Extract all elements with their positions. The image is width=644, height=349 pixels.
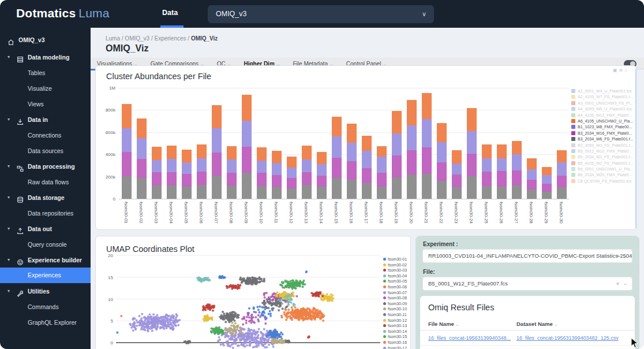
- bar-segment-fsom30-25[interactable]: [482, 172, 492, 186]
- caret-down-icon[interactable]: ▾: [8, 113, 10, 127]
- sidebar-section-data-modeling[interactable]: ▾Data modeling: [0, 50, 91, 64]
- caret-down-icon[interactable]: ▾: [8, 191, 10, 205]
- bar-segment-fsom30-16[interactable]: [347, 180, 357, 199]
- legend-item-b3-2034-w6-fs-plate001-f[interactable]: B3_2034_W6_FS_Plate001.f...: [571, 132, 634, 138]
- bar-segment-fsom30-09[interactable]: [242, 121, 252, 147]
- bar-segment-fsom30-25[interactable]: [482, 186, 492, 199]
- legend-item-fsom30-04[interactable]: fsom30-04: [383, 269, 407, 275]
- legend-item-b3-2034-w16-fmx-plate0[interactable]: B3_2034_W16_FMX_Plate0...: [571, 127, 634, 132]
- bar-segment-fsom30-09[interactable]: [242, 173, 252, 199]
- bar-segment-fsom30-07[interactable]: [212, 128, 222, 153]
- bar-segment-fsom30-21[interactable]: [422, 119, 432, 147]
- bar-segment-fsom30-01[interactable]: [122, 176, 132, 199]
- bar-segment-fsom30-20[interactable]: [407, 100, 417, 125]
- legend-item-fsom30-17[interactable]: fsom30-17: [383, 341, 407, 347]
- bar-segment-fsom30-29[interactable]: [542, 167, 552, 175]
- sidebar-item-visualize[interactable]: Visualize: [0, 81, 91, 95]
- bar-segment-fsom30-12[interactable]: [287, 157, 297, 167]
- legend-item-a6-4105-unschw2-u-pla[interactable]: A6_4105_UNSCHW2_U_Pla...: [571, 114, 634, 120]
- bar-segment-fsom30-27[interactable]: [512, 185, 522, 199]
- bar-segment-fsom30-17[interactable]: [362, 168, 372, 184]
- bar-segment-fsom30-26[interactable]: [497, 144, 507, 158]
- bar-segment-fsom30-13[interactable]: [302, 146, 312, 159]
- dataset-name-link[interactable]: 16_files_concat-195631399403482_126.csv: [516, 346, 619, 349]
- clear-icon[interactable]: ×: [616, 277, 619, 290]
- sidebar-section-data-storage[interactable]: ▾Data storage: [0, 191, 91, 205]
- legend-item-a4-4105-w12-fmx-plate0[interactable]: A4_4105_W12_FMX_Plate0...: [571, 109, 634, 114]
- legend-item-b5-0012-w10-fmx-plate0[interactable]: B5_0012_W10_FMX_Plate0...: [571, 144, 634, 150]
- sidebar-item-commands[interactable]: Commands: [0, 300, 91, 314]
- sidebar-item-data-sources[interactable]: Data sources: [0, 144, 91, 158]
- bar-segment-fsom30-04[interactable]: [167, 185, 177, 199]
- sidebar-section-data-in[interactable]: ▾Data in: [0, 113, 91, 127]
- legend-item-fsom30-07[interactable]: fsom30-07: [383, 286, 407, 292]
- bar-segment-fsom30-20[interactable]: [407, 125, 417, 150]
- bar-segment-fsom30-09[interactable]: [242, 147, 252, 173]
- bar-segment-fsom30-29[interactable]: [542, 175, 552, 184]
- bar-segment-fsom30-05[interactable]: [182, 162, 192, 174]
- bar-segment-fsom30-20[interactable]: [407, 150, 417, 175]
- legend-item-b6-0001-unschw1-u-pla[interactable]: B6_0001_UNSCHW1_U_Pla...: [571, 162, 634, 168]
- bar-segment-fsom30-22[interactable]: [437, 142, 447, 162]
- sidebar-item-omiq-v3[interactable]: OMIQ_v3: [0, 33, 91, 47]
- bar-segment-fsom30-01[interactable]: [122, 104, 132, 128]
- bar-segment-fsom30-02[interactable]: [137, 118, 147, 138]
- bar-segment-fsom30-11[interactable]: [272, 187, 282, 199]
- legend-item-fsom30-03[interactable]: fsom30-03: [383, 263, 407, 269]
- bar-segment-fsom30-03[interactable]: [152, 147, 162, 160]
- legend-item-c8-qcstim-fs-plate001-fcs[interactable]: C8 QCSTIM_FS_Plate001.fcs: [571, 174, 634, 180]
- experiment-select[interactable]: RR10003_CVD101-04_INFLAMPANELCYTO-COVID_…: [422, 249, 632, 263]
- bar-segment-fsom30-05[interactable]: [182, 150, 192, 162]
- bar-segment-fsom30-28[interactable]: [527, 169, 537, 180]
- sidebar-section-utilities[interactable]: ▾Utilities: [0, 284, 91, 298]
- caret-down-icon[interactable]: ▾: [8, 159, 10, 173]
- bar-segment-fsom30-16[interactable]: [347, 161, 357, 180]
- bar-segment-fsom30-29[interactable]: [542, 184, 552, 192]
- bar-segment-fsom30-13[interactable]: [302, 172, 312, 185]
- legend-item-a1-0001-w4-u-plate001-fcs[interactable]: A1_0001_W4_U_Plate001.fcs: [571, 84, 634, 90]
- bar-segment-fsom30-05[interactable]: [182, 174, 192, 187]
- sidebar-item-query-console[interactable]: Query console: [0, 237, 91, 251]
- bar-segment-fsom30-28[interactable]: [527, 180, 537, 190]
- bar-segment-fsom30-22[interactable]: [437, 162, 447, 181]
- bar-segment-fsom30-24[interactable]: [467, 108, 477, 131]
- clear-icon[interactable]: ×: [616, 250, 619, 262]
- file-name-link[interactable]: 16_files_concat-19563139940348...: [428, 346, 511, 349]
- bar-segment-fsom30-14[interactable]: [317, 176, 327, 187]
- bar-segment-fsom30-07[interactable]: [212, 153, 222, 176]
- legend-item-fsom30-13[interactable]: fsom30-13: [383, 319, 407, 325]
- bar-segment-fsom30-15[interactable]: [332, 158, 342, 178]
- legend-item-fsom30-05[interactable]: fsom30-05: [383, 274, 407, 280]
- bar-segment-fsom30-19[interactable]: [392, 111, 402, 133]
- legend-item-fsom30-06[interactable]: fsom30-06: [383, 280, 407, 286]
- caret-down-icon[interactable]: ▾: [8, 284, 10, 298]
- bar-segment-fsom30-05[interactable]: [182, 187, 192, 199]
- bar-segment-fsom30-03[interactable]: [152, 160, 162, 173]
- bar-segment-fsom30-15[interactable]: [332, 178, 342, 199]
- bar-segment-fsom30-13[interactable]: [302, 159, 312, 172]
- sidebar-item-experiences[interactable]: Experiences: [0, 268, 91, 283]
- sidebar-item-raw-data-flows[interactable]: Raw data flows: [0, 175, 91, 189]
- legend-item-fsom30-16[interactable]: fsom30-16: [383, 336, 407, 341]
- bar-segment-fsom30-02[interactable]: [137, 159, 147, 179]
- bar-segment-fsom30-12[interactable]: [287, 178, 297, 188]
- bar-segment-fsom30-06[interactable]: [197, 158, 207, 172]
- bar-segment-fsom30-25[interactable]: [482, 158, 492, 172]
- bar-segment-fsom30-11[interactable]: [272, 175, 282, 187]
- bar-segment-fsom30-08[interactable]: [227, 185, 237, 199]
- nav-item-data[interactable]: Data: [162, 9, 178, 17]
- bar-segment-fsom30-04[interactable]: [167, 146, 177, 159]
- bar-segment-fsom30-26[interactable]: [497, 171, 507, 187]
- legend-item-fsom30-09[interactable]: fsom30-09: [383, 297, 407, 303]
- workspace-select[interactable]: OMIQ_v3 ∨: [208, 5, 434, 23]
- bar-segment-fsom30-18[interactable]: [377, 157, 387, 172]
- chevron-down-icon[interactable]: ⌄: [623, 277, 627, 290]
- bar-segment-fsom30-24[interactable]: [467, 176, 477, 199]
- bar-segment-fsom30-01[interactable]: [122, 152, 132, 176]
- bar-segment-fsom30-27[interactable]: [512, 170, 522, 185]
- bar-segment-fsom30-30[interactable]: [557, 176, 567, 187]
- legend-item-b3-3099-w3-fs-plate001-f[interactable]: B3_3099_W3_FS_Plate001.f...: [571, 139, 634, 144]
- bar-segment-fsom30-30[interactable]: [557, 162, 567, 176]
- bar-segment-fsom30-19[interactable]: [392, 133, 402, 155]
- bar-segment-fsom30-01[interactable]: [122, 128, 132, 152]
